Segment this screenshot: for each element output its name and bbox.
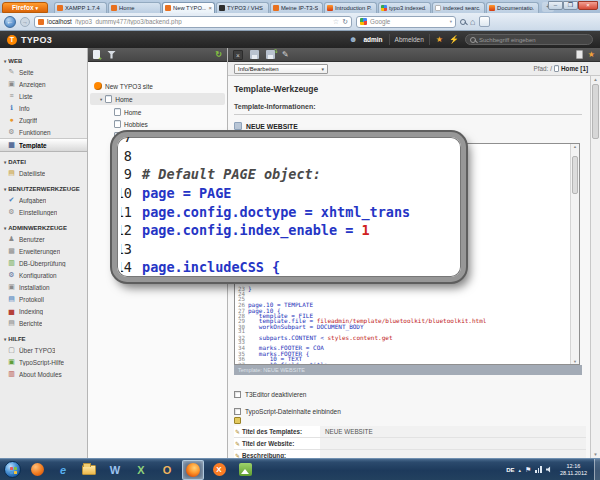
scroll-down-icon[interactable]: ▼ <box>571 359 579 364</box>
close-document-icon[interactable] <box>233 50 243 60</box>
browser-tab[interactable]: typo3 indexed... <box>378 2 431 13</box>
new-page-icon[interactable] <box>93 50 100 59</box>
browser-tab[interactable]: Meine IP-T3-S... <box>270 2 323 13</box>
edit-document-icon[interactable] <box>282 50 289 59</box>
module-menu-item[interactable]: ▣ Anzeigen <box>0 78 87 90</box>
taskbar-app[interactable] <box>78 460 100 480</box>
url-bar[interactable]: localhost/typo3_dummy477/typo3/backend.p… <box>34 16 352 28</box>
taskbar-app[interactable]: X <box>130 460 152 480</box>
open-in-window-icon[interactable] <box>576 50 583 59</box>
browser-tab[interactable]: Introduction P... <box>324 2 377 13</box>
refresh-icon[interactable] <box>215 50 222 59</box>
section-header-datei[interactable]: ▾DATEI <box>0 157 87 167</box>
edit-pencil-icon[interactable] <box>235 440 240 447</box>
tree-child-node[interactable]: Hobbies <box>88 118 227 130</box>
module-menu-item[interactable]: ▣ TypoScript-Hilfe <box>0 356 87 368</box>
section-header-hilfe[interactable]: ▾HILFE <box>0 334 87 344</box>
expand-arrow-icon[interactable] <box>100 97 102 102</box>
module-menu-item[interactable]: ▩ Erweiterungen <box>0 245 87 257</box>
search-go-icon[interactable] <box>460 19 466 25</box>
logout-button[interactable]: Abmelden <box>389 34 430 45</box>
function-select[interactable]: Info/Bearbeiten <box>234 64 328 74</box>
module-menu-item[interactable]: ▥ About Modules <box>0 368 87 380</box>
taskbar-app[interactable] <box>234 460 256 480</box>
module-menu-item[interactable]: ⚙ Funktionen <box>0 126 87 138</box>
browser-tab[interactable]: Home <box>108 2 161 13</box>
taskbar-app[interactable] <box>182 460 204 480</box>
scroll-thumb[interactable] <box>572 156 578 194</box>
backend-search-input[interactable] <box>479 37 588 43</box>
browser-tab[interactable]: indexed searc... <box>432 2 485 13</box>
section-header-benutzer[interactable]: ▾BENUTZERWERKZEUGE <box>0 184 87 194</box>
module-menu-item[interactable]: ≡ Liste <box>0 90 87 102</box>
network-icon[interactable] <box>535 466 542 473</box>
editor-scrollbar[interactable]: ▲ ▼ <box>570 144 579 364</box>
google-icon[interactable] <box>360 18 367 25</box>
forward-button[interactable] <box>20 17 30 27</box>
browser-menu-icon[interactable] <box>479 16 490 27</box>
t3editor-checkbox[interactable] <box>234 391 241 398</box>
back-button[interactable] <box>4 16 16 28</box>
clock[interactable]: 12:16 28.11.2012 <box>557 463 590 477</box>
module-menu-item[interactable]: ▦ Template <box>0 138 87 152</box>
module-menu-item[interactable]: ▤ Dateiliste <box>0 167 87 179</box>
taskbar-app[interactable]: e <box>52 460 74 480</box>
path-page[interactable]: Home [1] <box>554 65 588 72</box>
bookmark-icon[interactable] <box>588 50 595 59</box>
taskbar-app[interactable] <box>26 460 48 480</box>
module-menu-item[interactable]: ▤ Berichte <box>0 317 87 329</box>
browser-tab[interactable]: Documentatio... <box>486 2 539 13</box>
taskbar-app[interactable] <box>208 460 230 480</box>
module-menu-item[interactable]: ⚙ Konfiguration <box>0 269 87 281</box>
tab-close-icon[interactable]: × <box>208 5 212 11</box>
filter-icon[interactable] <box>107 51 116 59</box>
browser-tab[interactable]: XAMPP 1.7.4 <box>54 2 107 13</box>
module-menu-item[interactable]: ● Zugriff <box>0 114 87 126</box>
minimize-button[interactable]: – <box>548 1 563 10</box>
scroll-down-icon[interactable]: ▼ <box>591 452 600 457</box>
tree-node-home[interactable]: Home <box>90 93 225 105</box>
module-menu-item[interactable]: ▤ Protokoll <box>0 293 87 305</box>
module-menu-item[interactable]: ⚙ Einstellungen <box>0 206 87 218</box>
firefox-menu-button[interactable]: Firefox <box>2 2 48 13</box>
scroll-thumb[interactable] <box>592 84 599 139</box>
scroll-up-icon[interactable]: ▲ <box>591 77 600 82</box>
save-icon[interactable] <box>250 50 259 59</box>
close-button[interactable]: × <box>578 1 598 10</box>
browser-search-box[interactable]: Google <box>356 16 456 28</box>
save-close-icon[interactable] <box>266 50 275 59</box>
taskbar-app[interactable]: O <box>156 460 178 480</box>
scroll-up-icon[interactable]: ▲ <box>571 144 579 149</box>
username[interactable]: admin <box>363 36 382 43</box>
section-header-admin[interactable]: ▾ADMINWERKZEUGE <box>0 223 87 233</box>
tray-expand-icon[interactable] <box>519 467 522 473</box>
bookmarks-icon[interactable] <box>436 35 443 44</box>
section-header-web[interactable]: ▾WEB <box>0 56 87 66</box>
tree-child-node[interactable]: Home <box>88 106 227 118</box>
maximize-button[interactable]: ❒ <box>563 1 578 10</box>
module-menu-item[interactable]: ▥ DB-Überprüfung <box>0 257 87 269</box>
module-menu-item[interactable]: ▢ Über TYPO3 <box>0 344 87 356</box>
browser-tab[interactable]: New TYPO... × <box>162 2 215 13</box>
reload-icon[interactable] <box>342 18 348 26</box>
module-menu-item[interactable]: ▣ Installation <box>0 281 87 293</box>
start-button[interactable] <box>4 461 21 478</box>
module-menu-item[interactable]: ♟ Benutzer <box>0 233 87 245</box>
taskbar-app[interactable]: W <box>104 460 126 480</box>
content-scrollbar[interactable]: ▲ ▼ <box>590 76 600 458</box>
module-menu-item[interactable]: ✔ Aufgaben <box>0 194 87 206</box>
clear-cache-icon[interactable] <box>449 35 459 44</box>
home-icon[interactable] <box>470 16 475 28</box>
show-desktop-button[interactable] <box>594 459 600 480</box>
tree-root-node[interactable]: New TYPO3 site <box>88 80 227 92</box>
browser-tab[interactable]: TYPO3 / VHS ... <box>216 2 269 13</box>
module-menu-item[interactable]: ℹ Info <box>0 102 87 114</box>
action-center-flag-icon[interactable] <box>525 466 531 474</box>
edit-pencil-icon[interactable] <box>235 428 240 435</box>
includes-checkbox[interactable] <box>234 408 241 415</box>
language-indicator[interactable]: DE <box>506 467 514 473</box>
search-engine-dropdown-icon[interactable] <box>450 19 452 24</box>
module-menu-item[interactable]: ✎ Seite <box>0 66 87 78</box>
template-record-title[interactable]: NEUE WEBSITE <box>246 123 298 130</box>
module-menu-item[interactable]: ▅ Indexing <box>0 305 87 317</box>
